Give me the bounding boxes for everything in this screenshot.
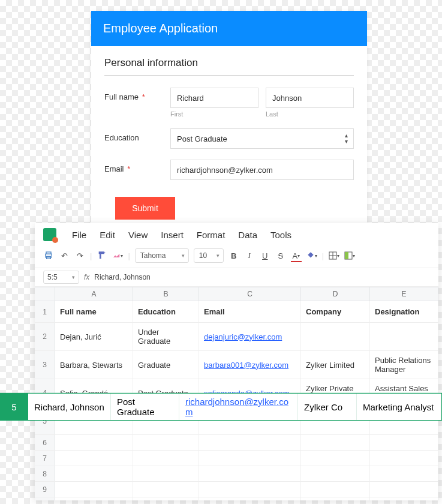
cell[interactable] xyxy=(55,497,133,500)
col-A[interactable]: A xyxy=(55,287,133,301)
education-select[interactable]: ▴▾ xyxy=(170,128,354,149)
italic-icon[interactable]: I xyxy=(244,250,255,261)
row-email: Email * xyxy=(104,160,354,180)
cell[interactable] xyxy=(55,482,133,497)
menu-insert[interactable]: Insert xyxy=(161,230,184,240)
rownum[interactable]: 1 xyxy=(35,301,55,322)
strike-icon[interactable]: S xyxy=(275,250,286,261)
cell-email[interactable]: richardjohnson@zylker.com xyxy=(179,394,298,420)
rownum[interactable]: 8 xyxy=(35,466,55,481)
menu-data[interactable]: Data xyxy=(238,230,257,240)
redo-icon[interactable]: ↷ xyxy=(74,250,85,261)
font-size-select[interactable]: 10 xyxy=(194,248,224,263)
education-value[interactable] xyxy=(170,128,354,149)
cell[interactable] xyxy=(301,497,370,500)
cell-designation[interactable]: Marketing Analyst xyxy=(357,394,441,420)
cell-full-name[interactable]: Richard, Johnson xyxy=(28,394,111,420)
col-C[interactable]: C xyxy=(199,287,301,301)
cell[interactable] xyxy=(199,482,301,497)
paint-format-icon[interactable] xyxy=(97,250,107,261)
cell-company[interactable] xyxy=(301,323,370,350)
menu-format[interactable]: Format xyxy=(197,230,225,240)
col-D[interactable]: D xyxy=(301,287,370,301)
submit-button[interactable]: Submit xyxy=(115,197,175,220)
cell[interactable] xyxy=(55,435,133,450)
text-color-icon[interactable]: A▾ xyxy=(291,250,302,261)
header-cell[interactable]: Designation xyxy=(370,301,438,322)
cell-company[interactable]: Zylker Limited xyxy=(301,351,370,379)
cell-education[interactable]: Under Graduate xyxy=(133,323,199,350)
rownum[interactable]: 2 xyxy=(35,323,55,350)
col-B[interactable]: B xyxy=(133,287,199,301)
cell[interactable] xyxy=(301,451,370,466)
cell[interactable] xyxy=(133,466,199,481)
cell[interactable] xyxy=(55,451,133,466)
label-education: Education xyxy=(104,128,170,142)
rownum[interactable]: 5 xyxy=(1,394,28,420)
cell[interactable] xyxy=(133,482,199,497)
print-icon[interactable] xyxy=(43,250,54,261)
borders-icon[interactable]: ▾ xyxy=(329,250,339,261)
cell-education[interactable]: Post Graduate xyxy=(111,394,179,420)
cell[interactable] xyxy=(199,497,301,500)
menu-edit[interactable]: Edit xyxy=(100,230,115,240)
first-name-input[interactable] xyxy=(170,88,258,108)
rownum[interactable]: 10 xyxy=(35,497,55,500)
cell-education[interactable]: Graduate xyxy=(133,351,199,379)
formula-bar[interactable]: Richard, Johnson xyxy=(94,273,150,281)
rownum[interactable]: 6 xyxy=(35,435,55,450)
cell[interactable] xyxy=(301,435,370,450)
cell-designation[interactable]: Public Relations Manager xyxy=(370,351,438,379)
cell[interactable] xyxy=(133,497,199,500)
email-link[interactable]: barbara001@zylker.com xyxy=(204,361,288,370)
fill-color-icon[interactable]: ▾ xyxy=(306,250,317,261)
rownum[interactable]: 7 xyxy=(35,451,55,466)
cell[interactable] xyxy=(199,451,301,466)
email-input[interactable] xyxy=(170,160,354,180)
clear-format-icon[interactable]: ▾ xyxy=(112,250,123,261)
underline-icon[interactable]: U xyxy=(260,250,270,261)
rownum[interactable]: 9 xyxy=(35,482,55,497)
header-row: 1 Full name Education Email Company Desi… xyxy=(35,301,438,323)
font-family-select[interactable]: Tahoma xyxy=(135,248,189,263)
cell[interactable] xyxy=(370,482,438,497)
cell[interactable] xyxy=(199,466,301,481)
spreadsheet-pane: File Edit View Insert Format Data Tools … xyxy=(35,223,438,500)
name-box[interactable]: 5:5 ▾ xyxy=(43,271,79,284)
header-cell[interactable]: Email xyxy=(199,301,301,322)
menu-file[interactable]: File xyxy=(72,230,86,240)
header-cell[interactable]: Education xyxy=(133,301,199,322)
row-education: Education ▴▾ xyxy=(104,128,354,149)
cell[interactable] xyxy=(301,466,370,481)
header-cell[interactable]: Full name xyxy=(55,301,133,322)
cell[interactable] xyxy=(370,497,438,500)
menu-view[interactable]: View xyxy=(128,230,148,240)
cell[interactable] xyxy=(133,451,199,466)
cell-email[interactable]: dejanjuric@zylker.com xyxy=(199,323,301,350)
menu-tools[interactable]: Tools xyxy=(270,230,291,240)
col-E[interactable]: E xyxy=(370,287,438,301)
cell-email[interactable]: barbara001@zylker.com xyxy=(199,351,301,379)
cell-full-name[interactable]: Dejan, Jurić xyxy=(55,323,133,350)
cell-designation[interactable] xyxy=(370,323,438,350)
cell[interactable] xyxy=(370,435,438,450)
cell-full-name[interactable]: Barbara, Stewarts xyxy=(55,351,133,379)
cell[interactable] xyxy=(370,451,438,466)
email-link[interactable]: dejanjuric@zylker.com xyxy=(204,332,282,341)
cell[interactable] xyxy=(370,466,438,481)
cell-company[interactable]: Zylker Co xyxy=(298,394,357,420)
rownum[interactable]: 3 xyxy=(35,351,55,379)
undo-icon[interactable]: ↶ xyxy=(59,250,70,261)
header-cell[interactable]: Company xyxy=(301,301,370,322)
bold-icon[interactable]: B xyxy=(228,250,239,261)
merge-icon[interactable]: ▾ xyxy=(344,250,355,261)
select-all-corner[interactable] xyxy=(35,287,55,301)
cell[interactable] xyxy=(133,435,199,450)
cell[interactable] xyxy=(55,466,133,481)
cell[interactable] xyxy=(301,482,370,497)
last-name-input[interactable] xyxy=(266,88,354,108)
menubar: File Edit View Insert Format Data Tools xyxy=(35,227,438,246)
email-link[interactable]: richardjohnson@zylker.com xyxy=(185,397,291,417)
label-full-name: Full name * xyxy=(104,88,170,101)
cell[interactable] xyxy=(199,435,301,450)
